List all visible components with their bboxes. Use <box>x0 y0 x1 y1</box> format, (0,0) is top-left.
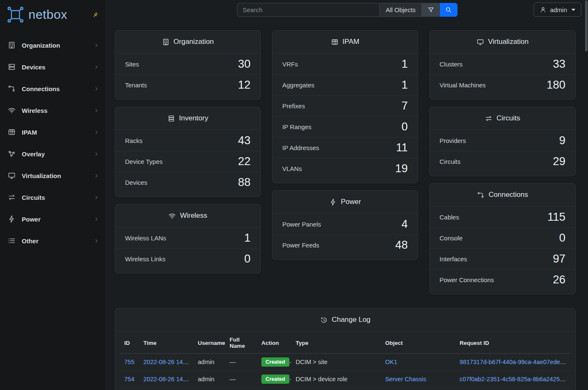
stat-row-vlans[interactable]: VLANs 19 <box>272 158 418 179</box>
sidebar-item-connections[interactable]: Connections <box>0 78 106 99</box>
col-header-id: ID <box>120 331 139 354</box>
changelog-time-link[interactable]: 2022-08-26 14:17 <box>143 376 192 382</box>
changelog-request-id-link[interactable]: c07f0ab2-2351-4c58-825a-8b6a2425a1ab <box>460 376 570 382</box>
sidebar-item-label: Other <box>22 237 87 245</box>
search-submit-button[interactable] <box>440 3 458 17</box>
sidebar-item-organization[interactable]: Organization <box>0 34 106 56</box>
changelog-id-link[interactable]: 755 <box>124 359 134 365</box>
changelog-table: ID Time Username Full Name Action Type O… <box>120 331 570 390</box>
search-scope-button[interactable]: All Objects <box>379 3 422 17</box>
changelog-full-name: — <box>225 354 257 371</box>
stat-label: Cables <box>440 214 459 221</box>
sidebar-item-virtualization[interactable]: Virtualization <box>0 165 106 186</box>
caret-down-icon <box>571 9 575 11</box>
stat-label: VLANs <box>282 165 302 172</box>
filter-button[interactable] <box>422 3 440 17</box>
stat-row-racks[interactable]: Racks 43 <box>115 130 261 151</box>
changelog-username: admin <box>194 371 225 388</box>
changelog-time-link[interactable]: 2022-08-26 14:22 <box>143 359 192 365</box>
stat-label: VRFs <box>282 61 298 68</box>
stat-row-clusters[interactable]: Clusters 33 <box>429 54 575 74</box>
page-scrollbar-thumb[interactable] <box>585 0 588 51</box>
status-badge-created: Created <box>261 357 289 367</box>
stat-value: 11 <box>396 141 408 154</box>
sidebar-item-other[interactable]: Other <box>0 230 106 252</box>
stat-row-power-connections[interactable]: Power Connections 26 <box>429 269 575 290</box>
changelog-request-id-link[interactable]: 9817317d-b67f-440a-99ca-4ae07ede94df <box>460 359 570 365</box>
stat-row-cables[interactable]: Cables 115 <box>429 206 575 227</box>
dashboard-grid: Organization Sites 30 Tenants 12 Invento… <box>115 30 576 295</box>
stat-value: 4 <box>401 218 408 231</box>
stat-row-tenants[interactable]: Tenants 12 <box>115 74 261 95</box>
stat-row-console[interactable]: Console 0 <box>429 227 575 248</box>
changelog-id-link[interactable]: 754 <box>124 376 134 382</box>
stat-row-interfaces[interactable]: Interfaces 97 <box>429 248 575 269</box>
netbox-logo-icon <box>7 6 24 23</box>
netbox-logo[interactable]: netbox <box>0 0 106 28</box>
stat-row-devices[interactable]: Devices 88 <box>115 172 261 193</box>
stat-label: Tenants <box>125 82 147 89</box>
stat-value: 29 <box>553 155 565 168</box>
stat-row-prefixes[interactable]: Prefixes 7 <box>272 95 418 116</box>
stat-row-wireless-lans[interactable]: Wireless LANs 1 <box>115 227 261 248</box>
stat-value: 180 <box>547 79 565 92</box>
sidebar-item-label: Devices <box>22 64 87 71</box>
stat-label: Sites <box>125 61 139 68</box>
card-ipam: IPAM VRFs 1 Aggregates 1 Prefixes 7 <box>272 30 418 184</box>
stat-row-virtual-machines[interactable]: Virtual Machines 180 <box>429 74 575 95</box>
card-power: Power Power Panels 4 Power Feeds 48 <box>272 190 418 260</box>
stat-label: Device Types <box>125 158 163 165</box>
user-menu-button[interactable]: admin <box>534 3 581 17</box>
sidebar-item-ipam[interactable]: IPAM <box>0 121 106 143</box>
stat-value: 115 <box>547 211 565 224</box>
pin-icon <box>90 10 100 20</box>
stat-row-providers[interactable]: Providers 9 <box>429 130 575 151</box>
sidebar-item-power[interactable]: Power <box>0 208 106 230</box>
changelog-type: DCIM > device role <box>291 371 381 388</box>
stat-row-aggregates[interactable]: Aggregates 1 <box>272 74 418 95</box>
search-input[interactable] <box>237 3 379 17</box>
pin-sidebar-button[interactable] <box>91 11 100 21</box>
changelog-header-row: ID Time Username Full Name Action Type O… <box>120 331 570 354</box>
changelog-full-name: — <box>225 388 257 390</box>
col-header-full-name: Full Name <box>225 331 257 354</box>
card-title: IPAM <box>343 38 359 46</box>
changelog-object: OnboardAdministrator-2 <box>381 388 455 390</box>
stat-row-wireless-links[interactable]: Wireless Links 0 <box>115 248 261 269</box>
col-header-time: Time <box>139 331 194 354</box>
stat-label: Aggregates <box>282 82 314 89</box>
person-icon <box>539 6 547 13</box>
changelog-object-link[interactable]: Server Chassis <box>385 376 426 382</box>
card-title: Connections <box>488 191 528 199</box>
building-icon <box>8 41 16 49</box>
sidebar-item-circuits[interactable]: Circuits <box>0 186 106 208</box>
sidebar-item-overlay[interactable]: Overlay <box>0 143 106 165</box>
card-header: IPAM <box>272 31 418 54</box>
chevron-right-icon <box>93 151 100 157</box>
col-header-action: Action <box>257 331 291 354</box>
stat-row-ip-ranges[interactable]: IP Ranges 0 <box>272 116 418 137</box>
stat-value: 0 <box>559 232 565 245</box>
card-connections: Connections Cables 115 Console 0 Interfa… <box>429 183 576 295</box>
cable-icon <box>477 191 485 199</box>
grid-icon <box>8 128 16 136</box>
card-header: Organization <box>115 31 261 54</box>
stat-value: 1 <box>401 58 408 71</box>
card-header: Inventory <box>115 107 261 130</box>
changelog-object-link[interactable]: OK1 <box>385 359 397 365</box>
card-virtualization: Virtualization Clusters 33 Virtual Machi… <box>429 30 576 100</box>
stat-row-device-types[interactable]: Device Types 22 <box>115 151 261 172</box>
sidebar-item-wireless[interactable]: Wireless <box>0 99 106 121</box>
stat-row-power-feeds[interactable]: Power Feeds 48 <box>272 235 418 255</box>
stat-value: 1 <box>401 79 408 92</box>
stat-row-sites[interactable]: Sites 30 <box>115 54 261 74</box>
status-badge-created: Created <box>261 375 289 384</box>
sidebar-item-label: Wireless <box>22 107 87 114</box>
stat-row-power-panels[interactable]: Power Panels 4 <box>272 214 418 235</box>
stat-label: Devices <box>125 179 147 186</box>
sidebar-item-devices[interactable]: Devices <box>0 56 106 78</box>
stat-row-vrfs[interactable]: VRFs 1 <box>272 54 418 74</box>
stat-row-ip-addresses[interactable]: IP Addresses 11 <box>272 137 418 158</box>
card-header: Wireless <box>115 204 261 227</box>
stat-row-circuits[interactable]: Circuits 29 <box>429 151 575 172</box>
